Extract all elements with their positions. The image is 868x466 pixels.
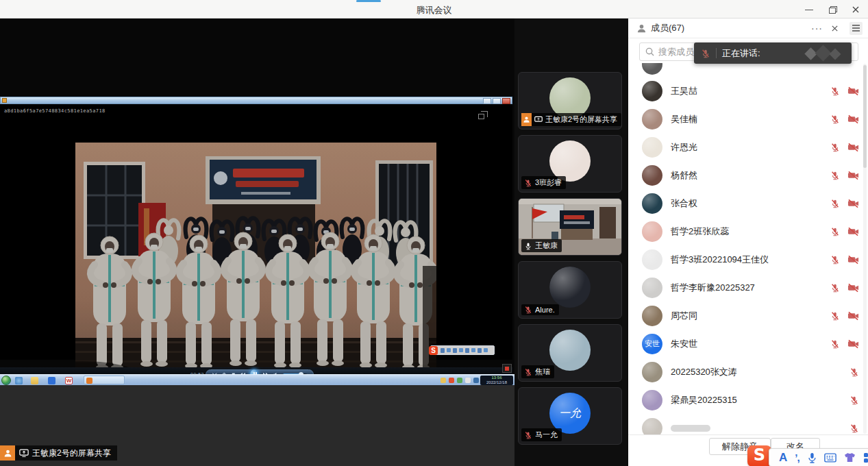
member-row[interactable]: 吴佳楠 — [628, 105, 868, 133]
member-avatar — [642, 81, 662, 101]
mic-muted-icon — [830, 339, 840, 349]
member-name: 许恩光 — [671, 141, 697, 154]
participant-name: 焦瑞 — [535, 367, 550, 377]
mic-on-icon — [524, 242, 532, 250]
camera-muted-icon — [847, 171, 859, 180]
mic-muted-icon — [850, 424, 859, 433]
mic-muted-icon — [850, 395, 859, 405]
ime-toolbar-shared: S — [430, 345, 495, 355]
ime-letter-icon[interactable]: A — [779, 451, 787, 465]
member-row[interactable]: 周芯同 — [628, 302, 868, 330]
camera-muted-icon — [847, 227, 859, 236]
member-row[interactable]: 梁鼎昊20225315 — [628, 386, 868, 414]
share-banner-text: 王敏康2号的屏幕共享 — [32, 447, 111, 459]
participant-thumbnail[interactable]: 王敏康2号的屏幕共享 — [518, 72, 622, 130]
ime-punctuation-icon[interactable]: ’, — [795, 452, 799, 463]
member-name: 杨舒然 — [671, 169, 697, 182]
mic-muted-icon — [830, 199, 840, 208]
member-avatar — [642, 165, 662, 186]
mic-muted-icon — [830, 86, 840, 96]
member-name: 周芯同 — [671, 310, 697, 322]
member-row[interactable]: 杨舒然 — [628, 161, 868, 189]
ime-keyboard-icon[interactable] — [824, 453, 836, 463]
camera-muted-icon — [847, 199, 859, 208]
camera-muted-icon — [847, 339, 859, 349]
participant-thumbnail[interactable]: 王敏康 — [518, 198, 622, 256]
browser-icon — [15, 377, 23, 384]
mic-muted-icon — [701, 49, 710, 58]
member-avatar: 安世 — [642, 334, 662, 354]
player-body: a8d1ba6f5a7e5748834c581e1ea5a718 — [0, 104, 512, 360]
member-avatar — [642, 390, 662, 410]
player-filename: a8d1ba6f5a7e5748834c581e1ea5a718 — [4, 108, 106, 114]
close-icon — [831, 25, 839, 32]
members-panel: 成员(67) ··· 正在讲话: 王昊喆 吴佳楠 — [628, 19, 868, 466]
participant-strip: 王敏康2号的屏幕共享 3班彭睿 — [514, 19, 628, 466]
camera-muted-icon — [847, 283, 859, 293]
member-name: 朱安世 — [671, 338, 697, 350]
member-row[interactable]: 许恩光 — [628, 133, 868, 161]
member-row[interactable]: 安世 朱安世 — [628, 330, 868, 358]
member-name: 哲学李昕豫20225327 — [671, 282, 755, 294]
member-avatar — [642, 221, 662, 242]
panel-menu-button[interactable] — [850, 22, 863, 35]
media-player-window: a8d1ba6f5a7e5748834c581e1ea5a718 — [0, 97, 512, 374]
participant-name: 王敏康 — [535, 241, 558, 251]
ime-mic-icon[interactable] — [807, 452, 817, 463]
participant-thumbnail[interactable]: Alure. — [518, 261, 622, 319]
participant-thumbnail[interactable]: 一允 马一允 — [518, 387, 622, 445]
mic-muted-icon — [524, 306, 532, 314]
member-row[interactable]: 哲学李昕豫20225327 — [628, 273, 868, 302]
ime-toolbox-icon[interactable] — [863, 452, 868, 463]
camera-muted-icon — [847, 86, 859, 96]
member-name: 张合权 — [671, 197, 697, 210]
panel-close-button[interactable] — [831, 25, 839, 32]
camera-muted-icon — [847, 143, 859, 152]
members-header: 成员(67) ··· — [628, 19, 868, 38]
members-icon — [636, 23, 647, 34]
tab-active-indicator — [356, 0, 381, 2]
player-minimize-button[interactable] — [483, 98, 491, 104]
participant-avatar — [549, 330, 591, 371]
member-row[interactable]: 哲学2班张欣蕊 — [628, 217, 868, 245]
close-button[interactable] — [852, 5, 860, 14]
presenter-badge-icon — [521, 113, 532, 126]
shared-taskbar: W 13:56 2022/12/18 — [0, 374, 514, 385]
mic-muted-icon — [524, 368, 532, 376]
ime-skin-icon[interactable] — [844, 452, 856, 463]
restore-button[interactable] — [828, 5, 836, 14]
more-button[interactable]: ··· — [811, 23, 823, 34]
mic-muted-icon — [524, 431, 532, 439]
member-avatar — [642, 193, 662, 214]
participant-thumbnail[interactable]: 焦瑞 — [518, 324, 622, 382]
speaker-names-blurred — [804, 46, 845, 61]
sogou-logo-icon[interactable]: S — [747, 445, 771, 466]
player-maximize-button[interactable] — [493, 98, 501, 104]
member-name: 20225320张文涛 — [671, 366, 737, 378]
active-task-button — [84, 376, 125, 384]
ime-toolbar: S A ’, — [747, 445, 868, 466]
member-row[interactable]: 20225320张文涛 — [628, 358, 868, 386]
member-row-partial — [628, 414, 868, 434]
mic-muted-icon — [830, 227, 840, 236]
speaking-tooltip: 正在讲话: — [694, 42, 852, 64]
participant-thumbnail[interactable]: 3班彭睿 — [518, 135, 622, 193]
player-close-button[interactable] — [502, 98, 510, 104]
camera-muted-icon — [847, 114, 859, 124]
member-row[interactable]: 张合权 — [628, 189, 868, 217]
fullscreen-icon[interactable] — [481, 111, 488, 117]
members-title: 成员(67) — [651, 22, 684, 34]
member-avatar — [642, 249, 662, 270]
meeting-app-icon — [48, 377, 55, 384]
member-avatar — [642, 137, 662, 158]
shared-desktop: a8d1ba6f5a7e5748834c581e1ea5a718 — [0, 19, 514, 385]
member-name: 王昊喆 — [671, 85, 697, 97]
folder-icon — [31, 377, 38, 384]
member-row[interactable]: 王昊喆 — [628, 77, 868, 105]
screen-share-view: a8d1ba6f5a7e5748834c581e1ea5a718 — [0, 19, 514, 466]
scrollbar[interactable] — [863, 64, 867, 434]
camera-muted-icon — [847, 311, 859, 321]
member-row[interactable]: 哲学3班20221094王佳仪 — [628, 245, 868, 273]
mic-muted-icon — [830, 255, 840, 265]
minimize-button[interactable] — [805, 5, 813, 14]
